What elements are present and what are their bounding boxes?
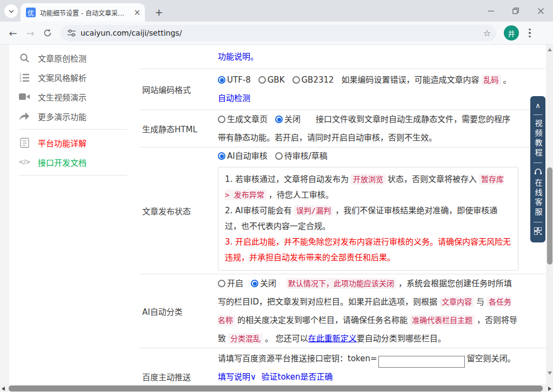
row-intro: 功能说明。 [139, 45, 545, 69]
publish-notes-box: 1. 若审核通过，文章将自动发布为开放浏览状态，否则文章将被存入暂存库 > 发布… [218, 167, 518, 271]
sidebar-item-more-demos[interactable]: 更多演示功能 [19, 106, 127, 126]
qr-code-icon[interactable] [534, 227, 542, 237]
page-content: 文章原创检测 1 2 3 文案风格解析 文生视频演示 [0, 45, 553, 384]
radio-icon[interactable] [292, 76, 300, 84]
sidebar-item-label: 文案风格解析 [38, 72, 86, 83]
article-content-highlight: 文章内容 [439, 296, 474, 307]
radio-generate-page[interactable]: 生成文章页 [218, 114, 268, 124]
browser-tab[interactable]: 优 功能细节设置 - 自动文章采集器 × [21, 3, 145, 22]
back-to-top-button[interactable]: ∧ [535, 102, 541, 110]
feature-description-link[interactable]: 功能说明。 [218, 48, 258, 66]
radio-gbk[interactable]: GBK [258, 75, 285, 85]
misjudge-highlight: 误判/漏判 [294, 205, 333, 216]
site-favicon: 优 [26, 8, 36, 17]
minimize-button[interactable] [478, 0, 503, 22]
radio-utf8[interactable]: UTF-8 [218, 75, 251, 85]
row-label: 百度主动推送 [139, 348, 218, 384]
scroll-up-arrow[interactable] [548, 48, 552, 51]
garbled-text-highlight: 乱码 [482, 75, 501, 85]
chevron-down-icon [8, 8, 15, 15]
tab-search-button[interactable] [4, 4, 18, 18]
browser-menu-button[interactable] [523, 26, 536, 39]
radio-icon[interactable] [251, 280, 258, 287]
sidebar-item-label: 平台功能详解 [38, 137, 86, 148]
forward-button: → [22, 24, 39, 42]
token-input[interactable] [378, 356, 465, 368]
radio-ai-review[interactable]: AI自动审核 [218, 151, 268, 161]
headset-icon [534, 167, 542, 178]
radio-on[interactable]: 开启 [218, 279, 243, 288]
accurate-topic-highlight: 准确代表栏目主题 [410, 315, 475, 326]
close-window-button[interactable] [528, 0, 553, 22]
encoding-note: 如果编码设置错误，可能造成文章内容 [342, 75, 479, 85]
window-controls [478, 0, 553, 22]
sidebar-item-label: 文章原创检测 [38, 52, 86, 64]
back-button[interactable]: ← [4, 24, 22, 42]
row-static-html: 生成静态HTML 生成文章页关闭接口文件收到文章时自动生成静态文件，需要您的程序… [139, 110, 545, 147]
radio-off[interactable]: 关闭 [275, 114, 301, 124]
code-icon: </> [19, 157, 30, 167]
sidebar-item-platform-features[interactable]: 平台功能详解 [19, 133, 127, 152]
radio-icon[interactable] [218, 76, 225, 84]
video-tutorial-button[interactable]: 视频教程 [533, 119, 543, 158]
document-icon [19, 137, 30, 148]
scroll-down-arrow[interactable] [548, 371, 552, 375]
scroll-left-arrow[interactable] [2, 387, 5, 391]
vertical-scrollbar-thumb[interactable] [547, 167, 552, 265]
tab-close-icon[interactable]: × [134, 9, 141, 17]
sidebar-divider [19, 129, 127, 130]
site-settings-icon[interactable] [67, 29, 76, 37]
sidebar-item-label: 接口开发文档 [38, 157, 86, 168]
horizontal-scrollbar[interactable] [0, 384, 553, 392]
search-icon [19, 52, 30, 63]
side-widget: ∧ 视频教程 在线客服 [530, 96, 545, 242]
reload-icon [43, 29, 52, 37]
radio-icon[interactable] [275, 152, 283, 160]
sidebar-item-style-analysis[interactable]: 1 2 3 文案风格解析 [19, 67, 127, 87]
url-text[interactable]: ucaiyun.com/caiji/settings/ [81, 29, 483, 37]
row-encoding: 网站编码格式 UTF-8GBKGB2312如果编码设置错误，可能造成文章内容乱码… [139, 69, 545, 110]
tab-bar: 优 功能细节设置 - 自动文章采集器 × + [0, 0, 553, 22]
auto-detect-link[interactable]: 自动检测 [218, 93, 250, 103]
row-baidu-push: 百度主动推送 请填写百度资源平台推送接口密钥：token=留空则关闭。 填写说明… [139, 348, 545, 384]
radio-icon[interactable] [218, 116, 225, 123]
tab-title: 功能细节设置 - 自动文章采集器 [40, 8, 130, 17]
ordered-list-icon: 1 2 3 [19, 72, 30, 83]
redefine-link[interactable]: 在此重新定义 [308, 334, 357, 343]
browser-toolbar: ← → ucaiyun.com/caiji/settings/ ☆ 井 [0, 22, 553, 45]
row-label: 生成静态HTML [139, 110, 218, 147]
radio-gb2312[interactable]: GB2312 [292, 75, 334, 85]
row-label: AI自动分类 [139, 274, 218, 348]
address-bar[interactable]: ucaiyun.com/caiji/settings/ ☆ [61, 25, 496, 41]
verify-token-link[interactable]: 验证token是否正确 [262, 372, 333, 382]
radio-icon[interactable] [218, 280, 225, 287]
baidu-token-text: 请填写百度资源平台推送接口密钥：token= [218, 354, 377, 363]
close-icon [538, 8, 544, 14]
profile-avatar[interactable]: 井 [504, 25, 519, 40]
radio-icon[interactable] [218, 152, 225, 160]
sidebar-item-api-docs[interactable]: </> 接口开发文档 [19, 152, 127, 172]
scroll-right-arrow[interactable] [548, 387, 551, 391]
sidebar-item-label: 文生视频演示 [38, 91, 86, 103]
new-tab-button[interactable]: + [152, 5, 165, 18]
row-label: 网站编码格式 [139, 69, 218, 110]
row-label: 文章发布状态 [139, 147, 218, 274]
horizontal-scrollbar-thumb[interactable] [9, 386, 543, 391]
sidebar-item-text-to-video[interactable]: 文生视频演示 [19, 87, 127, 106]
sidebar-item-originality-check[interactable]: 文章原创检测 [19, 48, 127, 67]
radio-icon[interactable] [275, 116, 283, 123]
sidebar-item-label: 更多演示功能 [38, 111, 86, 122]
row-ai-classify: AI自动分类 开启关闭默认情况下，此项功能应该关闭，系统会根据您创建任务时所填写… [139, 274, 545, 348]
open-browse-highlight: 开放浏览 [351, 174, 385, 185]
reload-button[interactable] [39, 24, 56, 42]
restore-button[interactable] [503, 0, 528, 22]
online-service-button[interactable]: 在线客服 [533, 179, 543, 218]
fill-help-link[interactable]: 填写说明∨ [218, 372, 256, 382]
bookmark-star-icon[interactable]: ☆ [483, 28, 491, 38]
radio-pending-draft[interactable]: 待审核/草稿 [275, 151, 328, 161]
publish-note-2: 2. AI审核可能会有误判/漏判，我们不保证审核结果绝对准确，即使审核通过，也不… [225, 203, 511, 234]
radio-icon[interactable] [258, 76, 266, 84]
sidebar: 文章原创检测 1 2 3 文案风格解析 文生视频演示 [19, 48, 127, 179]
svg-text:3: 3 [19, 79, 22, 83]
radio-off[interactable]: 关闭 [251, 279, 276, 288]
